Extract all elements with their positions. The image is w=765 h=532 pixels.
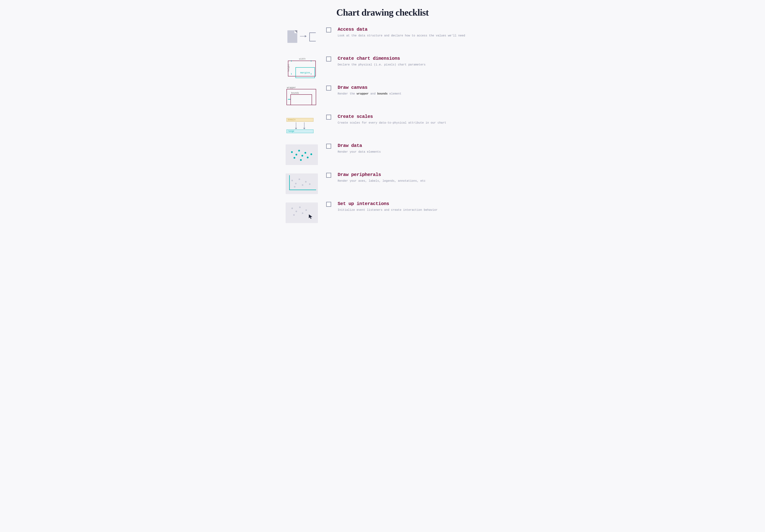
scale-arrow-left-icon	[296, 122, 296, 129]
bounds-bold: bounds	[377, 92, 388, 95]
set-up-interactions-diagram	[286, 203, 318, 223]
periph-dot	[294, 186, 296, 188]
data-dot	[311, 153, 312, 155]
list-item: Draw peripherals Render your axes, label…	[284, 172, 481, 195]
draw-canvas-title: Draw canvas	[338, 85, 481, 90]
checkbox-area	[326, 85, 331, 91]
y-axis	[289, 175, 290, 190]
draw-peripherals-desc: Render your axes, labels, legends, annot…	[338, 179, 481, 183]
data-dot	[291, 151, 293, 153]
draw-data-checkbox[interactable]	[326, 144, 331, 149]
chart-dims-desc: Declare the physical (i.e. pixels) chart…	[338, 63, 481, 67]
create-scales-diagram: domain range	[285, 117, 319, 135]
create-scales-desc: Create scales for every data-to-physical…	[338, 121, 481, 125]
margins-label: margins	[300, 71, 310, 74]
interact-dot	[296, 211, 297, 212]
draw-data-title: Draw data	[338, 143, 481, 148]
tick-tl	[291, 60, 292, 62]
margins-rect: margins	[296, 67, 315, 78]
domain-bar: domain	[287, 118, 314, 122]
periph-dot	[309, 183, 311, 185]
list-item: Set up interactions Initialize event lis…	[284, 201, 481, 225]
x-axis	[289, 190, 316, 190]
access-data-checkbox[interactable]	[326, 27, 331, 32]
interact-dot	[293, 214, 295, 216]
chart-dims-checkbox[interactable]	[326, 57, 331, 62]
bounds-label: bounds	[291, 92, 299, 94]
wrapper-bold: wrapper	[357, 92, 369, 95]
chart-dims-title: Create chart dimensions	[338, 56, 481, 61]
width-label: width	[299, 58, 306, 60]
create-scales-illustration: domain range	[284, 114, 320, 137]
list-item: Access data Look at the data structure a…	[284, 27, 481, 50]
draw-canvas-diagram: wrapper bounds	[285, 86, 319, 107]
data-dot	[298, 150, 300, 152]
checkbox-area	[326, 114, 331, 120]
set-up-interactions-title: Set up interactions	[338, 201, 481, 207]
set-up-interactions-checkbox[interactable]	[326, 202, 331, 207]
draw-peripherals-title: Draw peripherals	[338, 172, 481, 178]
checkbox-area	[326, 172, 331, 178]
cursor-icon	[309, 214, 313, 219]
range-bar: range	[287, 130, 314, 133]
scale-arrow-right-icon	[304, 122, 305, 129]
page-title: Chart drawing checklist	[11, 7, 754, 18]
list-item: domain range Create scales Create scales…	[284, 114, 481, 137]
data-dot	[305, 152, 306, 154]
checkbox-area	[326, 201, 331, 207]
set-up-interactions-desc: Initialize event listeners and create in…	[338, 208, 481, 212]
checkbox-area	[326, 27, 331, 32]
wrapper-label: wrapper	[287, 87, 296, 89]
create-scales-content: Create scales Create scales for every da…	[338, 114, 481, 125]
draw-data-diagram	[286, 144, 318, 165]
interact-dot	[291, 208, 293, 209]
draw-canvas-checkbox[interactable]	[326, 86, 331, 91]
access-data-title: Access data	[338, 27, 481, 32]
draw-peripherals-checkbox[interactable]	[326, 173, 331, 178]
periph-dot	[295, 183, 297, 185]
checklist: Access data Look at the data structure a…	[284, 27, 481, 225]
data-dot	[296, 154, 297, 156]
periph-dot	[299, 179, 300, 180]
bounds-rect: bounds	[291, 94, 312, 105]
periph-dot	[302, 184, 304, 186]
interact-dot	[305, 209, 307, 211]
canvas-tick	[288, 99, 291, 100]
interact-dot	[302, 213, 304, 214]
draw-peripherals-diagram	[286, 174, 318, 194]
access-data-illustration	[284, 27, 320, 50]
tick-br	[311, 73, 311, 75]
svg-marker-0	[309, 215, 312, 219]
periph-dot	[305, 181, 307, 183]
access-data-desc: Look at the data structure and declare h…	[338, 34, 481, 38]
bracket-icon	[309, 32, 316, 41]
draw-canvas-desc: Render the wrapper and bounds element	[338, 92, 481, 96]
chart-dims-diagram: width height margins	[285, 57, 319, 78]
draw-data-content: Draw data Render your data elements	[338, 143, 481, 154]
list-item: Draw data Render your data elements	[284, 143, 481, 166]
checkbox-area	[326, 56, 331, 62]
arrow-right-icon	[300, 36, 307, 36]
draw-data-illustration	[284, 143, 320, 166]
set-up-interactions-content: Set up interactions Initialize event lis…	[338, 201, 481, 212]
file-icon	[288, 30, 297, 43]
data-dot	[302, 155, 303, 157]
chart-dims-illustration: width height margins	[284, 56, 320, 79]
checkbox-area	[326, 143, 331, 149]
data-dot	[300, 159, 302, 161]
draw-data-desc: Render your data elements	[338, 150, 481, 154]
wrapper-rect: wrapper bounds	[287, 89, 316, 105]
tick-tr	[311, 60, 311, 62]
data-dot	[307, 157, 309, 158]
data-dot	[294, 157, 295, 159]
draw-peripherals-illustration	[284, 172, 320, 195]
interact-dot	[299, 207, 301, 208]
access-data-content: Access data Look at the data structure a…	[338, 27, 481, 38]
set-up-interactions-illustration	[284, 201, 320, 225]
create-scales-checkbox[interactable]	[326, 115, 331, 120]
domain-label: domain	[288, 119, 296, 121]
outer-rect: margins	[288, 61, 316, 76]
list-item: wrapper bounds Draw canvas Render the wr…	[284, 85, 481, 108]
create-scales-title: Create scales	[338, 114, 481, 119]
tick-bl	[291, 73, 292, 75]
